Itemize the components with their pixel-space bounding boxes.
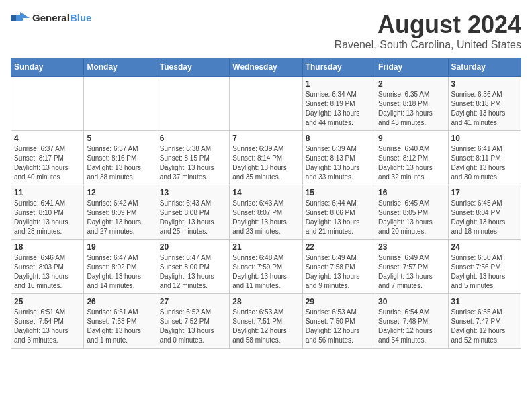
day-info: Sunrise: 6:45 AM Sunset: 8:05 PM Dayligh… <box>378 199 445 236</box>
day-number: 11 <box>14 188 81 197</box>
calendar-day-cell: 13Sunrise: 6:43 AM Sunset: 8:08 PM Dayli… <box>157 185 229 240</box>
svg-rect-2 <box>11 15 16 21</box>
calendar-day-cell: 2Sunrise: 6:35 AM Sunset: 8:18 PM Daylig… <box>375 77 448 131</box>
day-number: 15 <box>306 188 372 197</box>
calendar-day-cell <box>11 77 84 131</box>
calendar-day-cell: 23Sunrise: 6:49 AM Sunset: 7:57 PM Dayli… <box>375 240 448 294</box>
day-info: Sunrise: 6:43 AM Sunset: 8:07 PM Dayligh… <box>232 199 299 236</box>
calendar-day-cell: 16Sunrise: 6:45 AM Sunset: 8:05 PM Dayli… <box>375 185 448 240</box>
day-number: 13 <box>160 188 226 197</box>
calendar-day-cell: 14Sunrise: 6:43 AM Sunset: 8:07 PM Dayli… <box>230 185 302 240</box>
day-info: Sunrise: 6:41 AM Sunset: 8:11 PM Dayligh… <box>451 144 518 182</box>
day-info: Sunrise: 6:40 AM Sunset: 8:12 PM Dayligh… <box>378 144 445 182</box>
day-number: 6 <box>160 134 226 143</box>
day-info: Sunrise: 6:47 AM Sunset: 8:02 PM Dayligh… <box>87 253 153 291</box>
weekday-header-friday: Friday <box>375 58 448 77</box>
day-info: Sunrise: 6:45 AM Sunset: 8:04 PM Dayligh… <box>451 199 518 236</box>
calendar-day-cell: 26Sunrise: 6:51 AM Sunset: 7:53 PM Dayli… <box>84 294 157 349</box>
day-info: Sunrise: 6:46 AM Sunset: 8:03 PM Dayligh… <box>14 253 81 291</box>
day-info: Sunrise: 6:34 AM Sunset: 8:19 PM Dayligh… <box>306 90 372 128</box>
calendar-day-cell: 1Sunrise: 6:34 AM Sunset: 8:19 PM Daylig… <box>302 77 375 131</box>
calendar-week-5: 25Sunrise: 6:51 AM Sunset: 7:54 PM Dayli… <box>11 294 521 349</box>
calendar-day-cell: 24Sunrise: 6:50 AM Sunset: 7:56 PM Dayli… <box>448 240 521 294</box>
day-info: Sunrise: 6:53 AM Sunset: 7:50 PM Dayligh… <box>306 308 372 345</box>
calendar-day-cell: 18Sunrise: 6:46 AM Sunset: 8:03 PM Dayli… <box>11 240 84 294</box>
calendar-day-cell <box>84 77 157 131</box>
logo-icon <box>11 11 30 26</box>
day-number: 9 <box>378 134 445 143</box>
day-number: 16 <box>378 188 445 197</box>
day-info: Sunrise: 6:51 AM Sunset: 7:54 PM Dayligh… <box>14 308 81 345</box>
day-info: Sunrise: 6:55 AM Sunset: 7:47 PM Dayligh… <box>451 308 518 345</box>
calendar-week-3: 11Sunrise: 6:41 AM Sunset: 8:10 PM Dayli… <box>11 185 521 240</box>
day-number: 30 <box>378 297 445 306</box>
calendar-day-cell: 11Sunrise: 6:41 AM Sunset: 8:10 PM Dayli… <box>11 185 84 240</box>
day-number: 17 <box>451 188 518 197</box>
calendar-day-cell: 15Sunrise: 6:44 AM Sunset: 8:06 PM Dayli… <box>302 185 375 240</box>
day-number: 5 <box>87 134 153 143</box>
day-number: 20 <box>160 242 226 252</box>
calendar-week-2: 4Sunrise: 6:37 AM Sunset: 8:17 PM Daylig… <box>11 131 521 185</box>
calendar-day-cell: 17Sunrise: 6:45 AM Sunset: 8:04 PM Dayli… <box>448 185 521 240</box>
day-number: 27 <box>160 297 226 306</box>
day-number: 7 <box>232 134 299 143</box>
calendar-day-cell: 5Sunrise: 6:37 AM Sunset: 8:16 PM Daylig… <box>84 131 157 185</box>
day-info: Sunrise: 6:39 AM Sunset: 8:13 PM Dayligh… <box>306 144 372 182</box>
day-info: Sunrise: 6:53 AM Sunset: 7:51 PM Dayligh… <box>232 308 299 345</box>
calendar-day-cell: 28Sunrise: 6:53 AM Sunset: 7:51 PM Dayli… <box>230 294 302 349</box>
day-info: Sunrise: 6:50 AM Sunset: 7:56 PM Dayligh… <box>451 253 518 291</box>
calendar-day-cell: 25Sunrise: 6:51 AM Sunset: 7:54 PM Dayli… <box>11 294 84 349</box>
calendar-day-cell: 22Sunrise: 6:49 AM Sunset: 7:58 PM Dayli… <box>302 240 375 294</box>
day-info: Sunrise: 6:48 AM Sunset: 7:59 PM Dayligh… <box>232 253 299 291</box>
day-number: 2 <box>378 79 445 89</box>
calendar-day-cell: 21Sunrise: 6:48 AM Sunset: 7:59 PM Dayli… <box>230 240 302 294</box>
calendar-week-4: 18Sunrise: 6:46 AM Sunset: 8:03 PM Dayli… <box>11 240 521 294</box>
day-info: Sunrise: 6:43 AM Sunset: 8:08 PM Dayligh… <box>160 199 226 236</box>
day-number: 1 <box>306 79 372 89</box>
day-number: 26 <box>87 297 153 306</box>
weekday-header-thursday: Thursday <box>302 58 375 77</box>
calendar-day-cell: 8Sunrise: 6:39 AM Sunset: 8:13 PM Daylig… <box>302 131 375 185</box>
day-info: Sunrise: 6:49 AM Sunset: 7:58 PM Dayligh… <box>306 253 372 291</box>
day-info: Sunrise: 6:38 AM Sunset: 8:15 PM Dayligh… <box>160 144 226 182</box>
page-header: GeneralBlue August 2024 Ravenel, South C… <box>11 11 521 51</box>
calendar-day-cell: 27Sunrise: 6:52 AM Sunset: 7:52 PM Dayli… <box>157 294 229 349</box>
day-info: Sunrise: 6:54 AM Sunset: 7:48 PM Dayligh… <box>378 308 445 345</box>
day-info: Sunrise: 6:51 AM Sunset: 7:53 PM Dayligh… <box>87 308 153 345</box>
day-info: Sunrise: 6:49 AM Sunset: 7:57 PM Dayligh… <box>378 253 445 291</box>
svg-marker-1 <box>20 12 30 18</box>
logo-text: GeneralBlue <box>32 12 91 24</box>
day-number: 24 <box>451 242 518 252</box>
day-number: 28 <box>232 297 299 306</box>
calendar-day-cell: 19Sunrise: 6:47 AM Sunset: 8:02 PM Dayli… <box>84 240 157 294</box>
calendar-header: SundayMondayTuesdayWednesdayThursdayFrid… <box>11 58 521 77</box>
day-info: Sunrise: 6:41 AM Sunset: 8:10 PM Dayligh… <box>14 199 81 236</box>
day-number: 31 <box>451 297 518 306</box>
calendar-day-cell: 12Sunrise: 6:42 AM Sunset: 8:09 PM Dayli… <box>84 185 157 240</box>
day-info: Sunrise: 6:44 AM Sunset: 8:06 PM Dayligh… <box>306 199 372 236</box>
day-number: 21 <box>232 242 299 252</box>
day-number: 23 <box>378 242 445 252</box>
day-number: 19 <box>87 242 153 252</box>
calendar-day-cell: 9Sunrise: 6:40 AM Sunset: 8:12 PM Daylig… <box>375 131 448 185</box>
day-info: Sunrise: 6:37 AM Sunset: 8:17 PM Dayligh… <box>14 144 81 182</box>
day-info: Sunrise: 6:36 AM Sunset: 8:18 PM Dayligh… <box>451 90 518 128</box>
title-area: August 2024 Ravenel, South Carolina, Uni… <box>335 11 521 51</box>
day-info: Sunrise: 6:39 AM Sunset: 8:14 PM Dayligh… <box>232 144 299 182</box>
day-info: Sunrise: 6:37 AM Sunset: 8:16 PM Dayligh… <box>87 144 153 182</box>
day-info: Sunrise: 6:42 AM Sunset: 8:09 PM Dayligh… <box>87 199 153 236</box>
weekday-header-wednesday: Wednesday <box>230 58 302 77</box>
calendar-day-cell: 30Sunrise: 6:54 AM Sunset: 7:48 PM Dayli… <box>375 294 448 349</box>
day-number: 3 <box>451 79 518 89</box>
day-number: 10 <box>451 134 518 143</box>
calendar-table: SundayMondayTuesdayWednesdayThursdayFrid… <box>11 58 521 349</box>
day-number: 4 <box>14 134 81 143</box>
day-number: 14 <box>232 188 299 197</box>
calendar-day-cell: 10Sunrise: 6:41 AM Sunset: 8:11 PM Dayli… <box>448 131 521 185</box>
calendar-day-cell: 29Sunrise: 6:53 AM Sunset: 7:50 PM Dayli… <box>302 294 375 349</box>
calendar-subtitle: Ravenel, South Carolina, United States <box>335 39 521 51</box>
calendar-week-1: 1Sunrise: 6:34 AM Sunset: 8:19 PM Daylig… <box>11 77 521 131</box>
day-number: 29 <box>306 297 372 306</box>
logo: GeneralBlue <box>11 11 91 26</box>
day-number: 25 <box>14 297 81 306</box>
